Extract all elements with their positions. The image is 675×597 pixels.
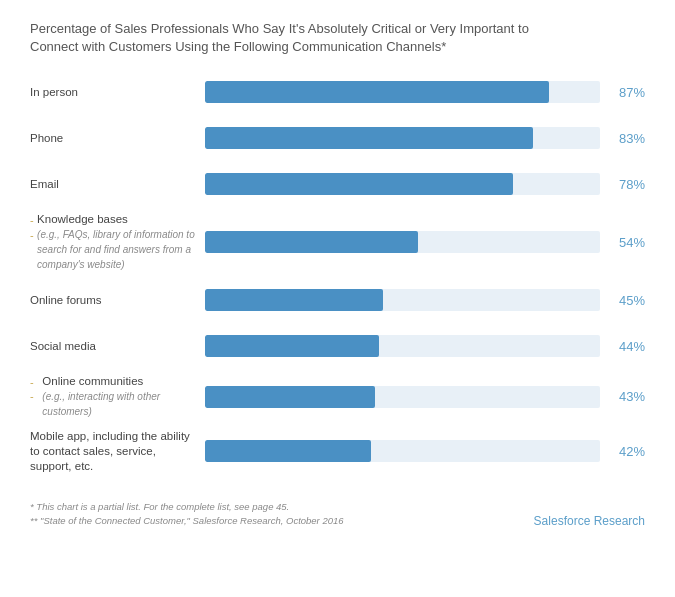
bar-track	[205, 289, 600, 311]
bar-row: In person87%	[30, 74, 645, 110]
brand-label: Salesforce Research	[534, 514, 645, 528]
bar-row: Phone83%	[30, 120, 645, 156]
bar-track	[205, 335, 600, 357]
bar-track	[205, 386, 600, 408]
footer: * This chart is a partial list. For the …	[30, 484, 645, 529]
bar-pct-label: 78%	[600, 177, 645, 192]
bar-row: Mobile app, including the ability to con…	[30, 429, 645, 474]
chart-title: Percentage of Sales Professionals Who Sa…	[30, 20, 610, 56]
bar-label: - -Online communities (e.g., interacting…	[30, 374, 205, 419]
bar-track	[205, 440, 600, 462]
bar-track	[205, 231, 600, 253]
bar-label: Phone	[30, 131, 205, 146]
chart-area: In person87%Phone83%Email78%- -Knowledge…	[30, 74, 645, 473]
bar-label: Mobile app, including the ability to con…	[30, 429, 205, 474]
footnotes: * This chart is a partial list. For the …	[30, 500, 344, 529]
bar-row: - -Knowledge bases (e.g., FAQs, library …	[30, 212, 645, 272]
bar-fill	[205, 386, 375, 408]
bar-row: Social media44%	[30, 328, 645, 364]
chart-container: Percentage of Sales Professionals Who Sa…	[30, 20, 645, 528]
bar-track	[205, 173, 600, 195]
bar-pct-label: 44%	[600, 339, 645, 354]
bar-fill	[205, 335, 379, 357]
bar-label: Email	[30, 177, 205, 192]
bar-track	[205, 127, 600, 149]
bar-label: Online forums	[30, 293, 205, 308]
bar-fill	[205, 440, 371, 462]
bar-row: - -Online communities (e.g., interacting…	[30, 374, 645, 419]
bar-fill	[205, 81, 549, 103]
bar-pct-label: 87%	[600, 85, 645, 100]
bar-label: In person	[30, 85, 205, 100]
bar-pct-label: 45%	[600, 293, 645, 308]
bar-pct-label: 83%	[600, 131, 645, 146]
bar-fill	[205, 289, 383, 311]
bar-pct-label: 54%	[600, 235, 645, 250]
bar-fill	[205, 127, 533, 149]
bar-label: Social media	[30, 339, 205, 354]
bar-label: - -Knowledge bases (e.g., FAQs, library …	[30, 212, 205, 272]
bar-track	[205, 81, 600, 103]
bar-row: Online forums45%	[30, 282, 645, 318]
bar-pct-label: 43%	[600, 389, 645, 404]
bar-fill	[205, 173, 513, 195]
bar-pct-label: 42%	[600, 444, 645, 459]
bar-row: Email78%	[30, 166, 645, 202]
bar-fill	[205, 231, 418, 253]
